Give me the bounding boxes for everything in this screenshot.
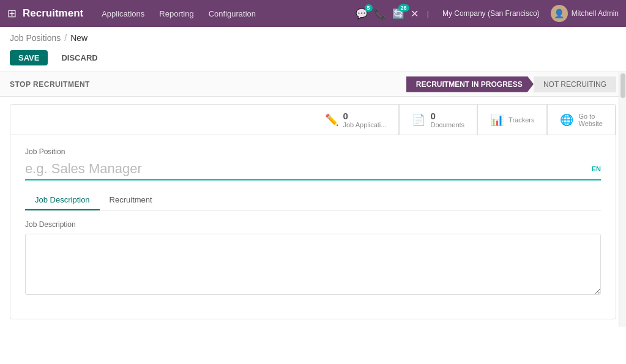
chat-icon-btn[interactable]: 💬 5 — [356, 8, 368, 20]
documents-count: 0 — [430, 111, 435, 121]
breadcrumb-parent[interactable]: Job Positions — [10, 33, 61, 43]
job-description-label: Job Description — [25, 220, 601, 229]
top-navigation: ⊞ Recruitment Applications Reporting Con… — [0, 0, 626, 27]
stage-not-recruiting[interactable]: NOT RECRUITING — [534, 76, 616, 92]
position-field-label: Job Position — [25, 147, 601, 156]
job-description-textarea[interactable] — [25, 234, 601, 295]
lang-badge: EN — [592, 165, 601, 173]
breadcrumb: Job Positions / New — [0, 27, 626, 46]
tab-recruitment[interactable]: Recruitment — [100, 190, 162, 210]
grid-icon[interactable]: ⊞ — [7, 7, 17, 20]
status-stages: RECRUITMENT IN PROGRESS NOT RECRUITING — [406, 76, 616, 92]
content-area: STOP RECRUITMENT RECRUITMENT IN PROGRESS… — [0, 72, 626, 327]
brand-name: Recruitment — [23, 7, 83, 20]
phone-icon-btn[interactable]: 📞 — [374, 8, 386, 20]
form-card: ✏️ 0 Job Applicati... 📄 0 Documents 📊 Tr… — [10, 104, 616, 319]
avatar: 👤 — [551, 5, 568, 22]
separator: | — [427, 9, 429, 18]
breadcrumb-current: New — [70, 33, 88, 43]
job-applications-button[interactable]: ✏️ 0 Job Applicati... — [313, 105, 400, 135]
go-to-website-button[interactable]: 🌐 Go to Website — [547, 105, 616, 135]
scrollbar[interactable] — [619, 72, 626, 327]
nav-applications[interactable]: Applications — [95, 7, 151, 21]
website-label: Go to — [578, 113, 595, 120]
discard-button[interactable]: DISCARD — [53, 50, 106, 65]
save-button[interactable]: SAVE — [10, 50, 48, 65]
user-menu[interactable]: 👤 Mitchell Admin — [551, 5, 619, 22]
applications-count: 0 — [343, 111, 348, 121]
breadcrumb-separator: / — [64, 33, 67, 43]
documents-label: Documents — [430, 121, 464, 128]
nav-configuration[interactable]: Configuration — [203, 7, 262, 21]
nav-reporting[interactable]: Reporting — [153, 7, 199, 21]
stop-recruitment-button[interactable]: STOP RECRUITMENT — [10, 80, 90, 89]
globe-icon: 🌐 — [560, 113, 573, 127]
tab-job-description[interactable]: Job Description — [25, 190, 100, 210]
position-input[interactable] — [25, 158, 587, 179]
position-input-row: EN — [25, 158, 601, 180]
close-icon-btn[interactable]: ✕ — [411, 8, 419, 20]
refresh-icon-btn[interactable]: 🔄 26 — [392, 8, 404, 20]
scrollbar-thumb — [620, 73, 625, 98]
status-bar: STOP RECRUITMENT RECRUITMENT IN PROGRESS… — [0, 72, 626, 97]
applications-label: Job Applicati... — [343, 121, 387, 128]
chart-icon: 📊 — [490, 113, 504, 127]
form-tabs: Job Description Recruitment — [25, 190, 601, 210]
trackers-button[interactable]: 📊 Trackers — [477, 105, 547, 135]
form-body: Job Position EN Job Description Recruitm… — [10, 135, 616, 319]
tab-panel-job-description: Job Description — [25, 220, 601, 297]
user-name: Mitchell Admin — [572, 9, 619, 18]
form-toolbar: SAVE DISCARD — [0, 46, 626, 72]
tab-content: Job Description — [25, 210, 601, 306]
website-label-2: Website — [578, 120, 603, 127]
documents-button[interactable]: 📄 0 Documents — [399, 105, 477, 135]
company-name: My Company (San Francisco) — [442, 9, 540, 18]
document-icon: 📄 — [412, 113, 425, 127]
smart-buttons-bar: ✏️ 0 Job Applicati... 📄 0 Documents 📊 Tr… — [10, 105, 616, 135]
refresh-badge: 26 — [398, 4, 409, 12]
edit-icon: ✏️ — [325, 113, 338, 127]
trackers-label: Trackers — [509, 116, 534, 124]
chat-badge: 5 — [365, 4, 373, 12]
stage-in-progress[interactable]: RECRUITMENT IN PROGRESS — [406, 76, 534, 92]
